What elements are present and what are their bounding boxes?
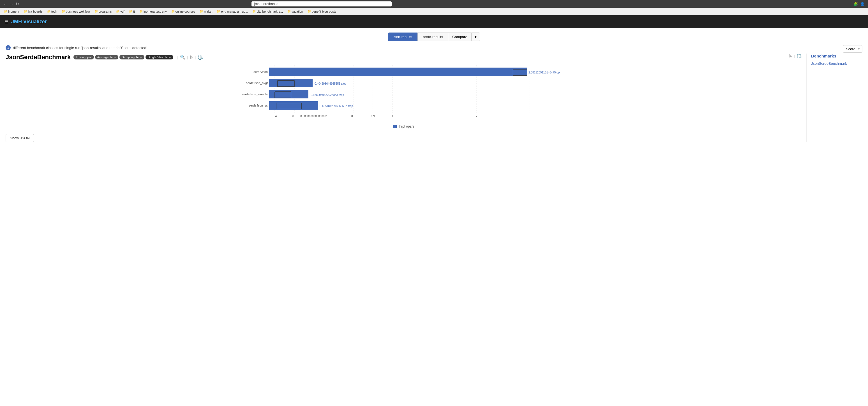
bookmark-item-online-courses[interactable]: 📁online courses: [169, 9, 197, 14]
mode-tag-average-time[interactable]: Average Time: [95, 55, 119, 59]
x-label-2: 2: [476, 115, 477, 118]
right-sidebar: Benchmarks JsonSerdeBenchmark: [806, 54, 862, 142]
folder-icon: 📁: [62, 10, 65, 13]
address-bar[interactable]: jmh.morethan.io: [251, 1, 392, 6]
browser-controls: ← → ↻: [3, 2, 19, 6]
y-label-serdejson: serdeJson: [253, 70, 268, 73]
profile-icon: 👤: [860, 2, 865, 6]
x-label-09: 0.9: [371, 115, 375, 118]
bookmark-label: benefit-blog-posts: [312, 10, 336, 13]
bookmark-label: tech: [51, 10, 57, 13]
sidebar-item-json-serde[interactable]: JsonSerdeBenchmark: [811, 61, 862, 66]
tab-json-results[interactable]: json-results: [388, 33, 417, 41]
bookmark-item-benefit-blog-posts[interactable]: 📁benefit-blog-posts: [306, 9, 338, 14]
bookmark-item-inomera-test-env[interactable]: 📁inomera-test-env: [138, 9, 168, 14]
bookmarks-bar: 📁inomera📁jira-boards📁tech📁business-wokfl…: [0, 8, 868, 15]
alert-row: 1 different benchmark classes for single…: [6, 45, 862, 50]
tab-dropdown-button[interactable]: ▼: [471, 33, 480, 41]
mode-tag-throughput[interactable]: Throughput: [73, 55, 94, 59]
x-label-04: 0.4: [273, 115, 277, 118]
folder-icon: 📁: [47, 10, 51, 13]
folder-icon: 📁: [217, 10, 220, 13]
folder-icon: 📁: [129, 10, 132, 13]
score-dropdown-wrapper: Score Error Min Max Mean: [843, 45, 862, 53]
bookmark-label: inomera: [8, 10, 19, 13]
chart-header-icons: ⇅ | ⚖️: [789, 54, 802, 59]
bookmark-item-city-benchmark-e...[interactable]: 📁city-benchmark-e...: [251, 9, 285, 14]
folder-icon: 📁: [252, 10, 256, 13]
extensions-icon: 🧩: [854, 2, 858, 6]
mode-tag-sampling-time[interactable]: Sampling Time: [119, 55, 145, 59]
bar-label-avgt: 0.404298644955653 s/op: [315, 82, 346, 85]
alert-badge: 1: [6, 45, 11, 50]
folder-icon: 📁: [171, 10, 175, 13]
alert-text: different benchmark classes for single r…: [13, 46, 147, 50]
chart-inner: serdeJson serdeJson_avgt serdeJson_sampl…: [6, 65, 802, 122]
bar-label-ss: 0.4551812096666667 s/op: [320, 104, 353, 108]
bar-label-serdejson: 2.3821259118148475 op: [528, 71, 560, 74]
browser-icons: 🧩 👤: [854, 2, 865, 6]
bookmark-item-jira-boards[interactable]: 📁jira-boards: [22, 9, 44, 14]
page-layout: JsonSerdeBenchmark Throughput Average Ti…: [6, 54, 862, 142]
mode-tag-single-shot[interactable]: Single Shot Time: [146, 55, 173, 59]
separator-right: |: [794, 54, 795, 58]
browser-bar: ← → ↻ jmh.morethan.io 🧩 👤: [0, 0, 868, 8]
back-button[interactable]: ←: [3, 2, 7, 6]
menu-icon[interactable]: ☰: [4, 19, 8, 24]
scale-chart-icon[interactable]: ⚖️: [197, 55, 203, 60]
folder-icon: 📁: [140, 10, 143, 13]
folder-icon: 📁: [94, 10, 98, 13]
bookmark-item-inomera[interactable]: 📁inomera: [2, 9, 21, 14]
score-select[interactable]: Score Error Min Max Mean: [843, 45, 862, 53]
zoom-icon[interactable]: 🔍: [180, 55, 185, 60]
bookmark-label: jira-boards: [28, 10, 42, 13]
y-label-serdejson-ss: serdeJson_ss: [249, 104, 268, 107]
chart-tools: | 🔍 | ⇅ | ⚖️: [177, 55, 203, 60]
chart-legend: thrpt ops/s: [6, 124, 802, 128]
tab-proto-results[interactable]: proto-results: [417, 33, 448, 41]
bookmark-label: tt: [133, 10, 135, 13]
bookmark-label: online courses: [176, 10, 195, 13]
benchmark-title: JsonSerdeBenchmark: [6, 54, 71, 61]
x-label-08: 0.8: [351, 115, 355, 118]
bookmark-item-programs[interactable]: 📁programs: [93, 9, 113, 14]
bookmark-label: eng manager - go...: [221, 10, 248, 13]
x-label-1: 1: [392, 115, 393, 118]
bookmark-item-mirket[interactable]: 📁mirket: [198, 9, 214, 14]
bookmark-item-vacation[interactable]: 📁vacation: [286, 9, 305, 14]
folder-icon: 📁: [4, 10, 7, 13]
folder-icon: 📁: [24, 10, 27, 13]
show-json-button[interactable]: Show JSON: [6, 134, 34, 142]
reload-button[interactable]: ↻: [16, 2, 19, 6]
sort-chart-icon[interactable]: ⇅: [189, 55, 193, 60]
bookmark-item-vdf[interactable]: 📁vdf: [114, 9, 126, 14]
tab-compare[interactable]: Compare: [448, 33, 471, 41]
x-label-06: 0.6000000000000001: [300, 115, 328, 118]
bookmark-label: vacation: [291, 10, 303, 13]
legend-label: thrpt ops/s: [398, 124, 414, 128]
scale-icon-right[interactable]: ⚖️: [797, 54, 802, 59]
bookmark-label: inomera-test-env: [144, 10, 167, 13]
folder-icon: 📁: [308, 10, 311, 13]
benchmark-header: JsonSerdeBenchmark Throughput Average Ti…: [6, 54, 802, 61]
bookmark-item-tt[interactable]: 📁tt: [127, 9, 136, 14]
bookmark-label: mirket: [204, 10, 212, 13]
bookmark-item-tech[interactable]: 📁tech: [45, 9, 59, 14]
sidebar-title: Benchmarks: [811, 54, 862, 58]
folder-icon: 📁: [116, 10, 119, 13]
bookmark-label: vdf: [120, 10, 124, 13]
separator-3: |: [195, 55, 196, 59]
bookmark-item-business-wokflow[interactable]: 📁business-wokflow: [60, 9, 92, 14]
bookmark-label: city-benchmark-e...: [256, 10, 283, 13]
main-area: JsonSerdeBenchmark Throughput Average Ti…: [6, 54, 802, 142]
bar-serdejson-sample: [269, 90, 308, 98]
bookmark-item-eng-manager---go...[interactable]: 📁eng manager - go...: [215, 9, 250, 14]
forward-button[interactable]: →: [9, 2, 13, 6]
bar-label-sample: 0.3680949322926883 s/op: [311, 93, 344, 96]
x-label-05: 0.5: [292, 115, 296, 118]
sort-icon-right[interactable]: ⇅: [789, 54, 792, 59]
bar-serdejson-avgt: [269, 79, 313, 87]
bar-serdejson-ss: [269, 101, 318, 110]
separator-2: |: [187, 55, 188, 59]
bar-serdejson: [269, 68, 527, 76]
